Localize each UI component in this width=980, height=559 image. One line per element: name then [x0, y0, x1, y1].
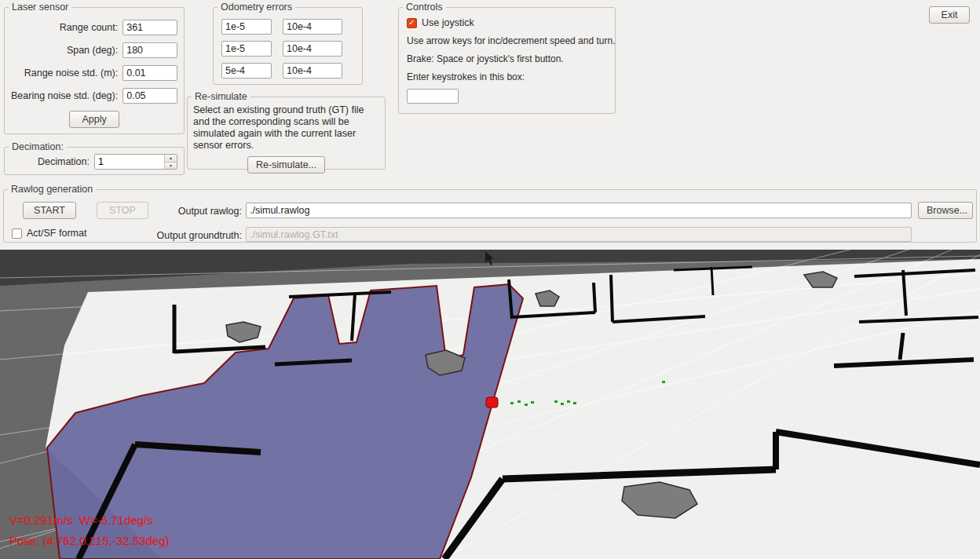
decimation-label: Decimation:: [38, 156, 90, 167]
range-noise-label: Range noise std. (m):: [24, 68, 119, 79]
range-noise-input[interactable]: [122, 65, 177, 81]
range-count-row: Range count:: [11, 20, 177, 35]
bearing-noise-row: Bearing noise std. (deg):: [11, 88, 177, 104]
rawlog-generation-group: Rawlog generation START STOP Output rawl…: [3, 184, 977, 243]
decimation-input[interactable]: [95, 155, 164, 169]
exit-button[interactable]: Exit: [929, 6, 970, 24]
odometry-phi-input[interactable]: [221, 63, 272, 79]
hud-velocity: V=0.291m/s W=-5.71deg/s: [9, 513, 153, 527]
browse-button[interactable]: Browse...: [918, 202, 973, 219]
actsf-checkbox[interactable]: [12, 228, 22, 239]
scene-3d: [0, 250, 980, 559]
control-panel: Laser sensor Range count: Span (deg): Ra…: [0, 0, 980, 250]
simulator-window: Laser sensor Range count: Span (deg): Ra…: [0, 0, 980, 559]
stop-button[interactable]: STOP: [97, 202, 148, 219]
resimulate-group: Re-simulate Select an existing ground tr…: [187, 91, 386, 170]
span-input[interactable]: [122, 42, 177, 58]
odometry-x-bias-input[interactable]: [283, 19, 342, 35]
decimation-group-title: Decimation:: [9, 141, 67, 152]
actsf-row: Act/SF format: [12, 228, 86, 239]
simulator-viewport[interactable]: V=0.291m/s W=-5.71deg/s Pose: (4.762,0.2…: [0, 250, 980, 559]
bearing-noise-input[interactable]: [122, 88, 177, 104]
span-row: Span (deg):: [11, 42, 177, 58]
odometry-y-bias-input[interactable]: [283, 41, 342, 57]
use-joystick-label: Use joystick: [422, 17, 474, 28]
odometry-x-input[interactable]: [221, 19, 272, 35]
robot-marker: [486, 397, 498, 407]
output-rawlog-input[interactable]: [246, 203, 912, 218]
range-noise-row: Range noise std. (m):: [11, 65, 177, 81]
spin-down-button[interactable]: ▼: [165, 163, 177, 170]
output-groundtruth-label: Output groundtruth:: [133, 230, 242, 241]
resimulate-description: Select an existing ground truth (GT) fil…: [193, 104, 379, 152]
output-rawlog-label: Output rawlog:: [153, 206, 242, 217]
controls-help-line2: Brake: Space or joystick's first button.: [407, 53, 615, 64]
spin-down-icon: ▼: [169, 163, 173, 168]
controls-title: Controls: [403, 2, 446, 13]
check-icon: ✓: [408, 19, 415, 27]
output-groundtruth-input[interactable]: [246, 227, 912, 242]
apply-button[interactable]: Apply: [69, 111, 119, 128]
spin-up-icon: ▲: [169, 155, 173, 160]
use-joystick-checkbox[interactable]: ✓: [407, 18, 417, 28]
keystroke-input[interactable]: [407, 89, 459, 104]
controls-group: Controls ✓ Use joystick Use arrow keys f…: [398, 2, 616, 114]
controls-help-line3: Enter keystrokes in this box:: [407, 71, 615, 82]
range-count-label: Range count:: [60, 22, 118, 33]
resimulate-title: Re-simulate: [192, 91, 250, 102]
start-button[interactable]: START: [23, 202, 76, 219]
resimulate-button[interactable]: Re-simulate...: [247, 156, 325, 174]
span-label: Span (deg):: [67, 45, 118, 56]
hud-pose: Pose: (4.762,0.215,-32.53deg): [9, 534, 169, 547]
spin-up-button[interactable]: ▲: [165, 155, 177, 163]
actsf-label: Act/SF format: [27, 228, 86, 239]
rawlog-generation-title: Rawlog generation: [8, 184, 96, 195]
decimation-spinner: ▲ ▼: [94, 154, 177, 170]
range-count-input[interactable]: [122, 20, 177, 35]
odometry-errors-title: Odometry errors: [218, 2, 295, 13]
laser-sensor-title: Laser sensor: [9, 2, 71, 13]
laser-sensor-group: Laser sensor Range count: Span (deg): Ra…: [4, 2, 185, 134]
controls-help-line1: Use arrow keys for inc/decrement speed a…: [407, 35, 615, 46]
odometry-y-input[interactable]: [221, 41, 272, 57]
decimation-group: Decimation: Decimation: ▲ ▼: [4, 141, 185, 175]
bearing-noise-label: Bearing noise std. (deg):: [11, 90, 118, 101]
odometry-errors-group: Odometry errors: [213, 2, 363, 85]
odometry-phi-bias-input[interactable]: [283, 63, 342, 79]
